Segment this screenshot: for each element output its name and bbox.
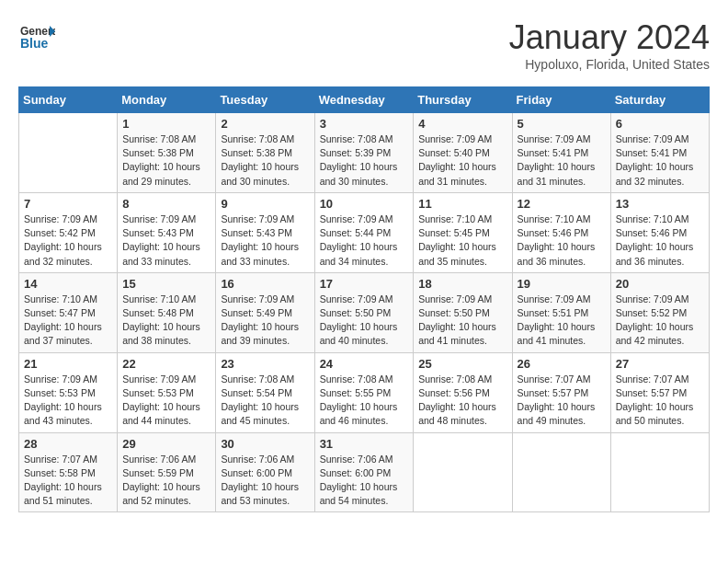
sunset-text: Sunset: 5:42 PM xyxy=(24,226,112,240)
sunrise-text: Sunrise: 7:07 AM xyxy=(616,373,704,386)
calendar-cell xyxy=(512,432,610,512)
day-info: Sunrise: 7:09 AM Sunset: 5:42 PM Dayligh… xyxy=(24,213,112,269)
calendar-cell: 6 Sunrise: 7:09 AM Sunset: 5:41 PM Dayli… xyxy=(610,113,709,193)
header-sunday: Sunday xyxy=(19,87,118,113)
day-number: 19 xyxy=(518,277,606,291)
calendar-cell: 12 Sunrise: 7:10 AM Sunset: 5:46 PM Dayl… xyxy=(512,192,610,272)
sunset-text: Sunset: 5:38 PM xyxy=(221,146,309,160)
calendar-cell: 7 Sunrise: 7:09 AM Sunset: 5:42 PM Dayli… xyxy=(19,192,118,272)
sunrise-text: Sunrise: 7:09 AM xyxy=(518,132,606,146)
day-info: Sunrise: 7:09 AM Sunset: 5:49 PM Dayligh… xyxy=(221,293,309,349)
daylight-text: Daylight: 10 hours and 37 minutes. xyxy=(24,320,112,348)
calendar-cell: 14 Sunrise: 7:10 AM Sunset: 5:47 PM Dayl… xyxy=(19,272,118,352)
day-info: Sunrise: 7:08 AM Sunset: 5:55 PM Dayligh… xyxy=(320,373,409,429)
day-number: 16 xyxy=(221,277,309,291)
header-monday: Monday xyxy=(118,87,216,113)
daylight-text: Daylight: 10 hours and 52 minutes. xyxy=(122,480,210,508)
sunrise-text: Sunrise: 7:08 AM xyxy=(221,373,309,386)
calendar-cell: 29 Sunrise: 7:06 AM Sunset: 5:59 PM Dayl… xyxy=(118,432,216,512)
day-number: 6 xyxy=(616,117,704,131)
sunset-text: Sunset: 5:52 PM xyxy=(616,306,704,320)
sunrise-text: Sunrise: 7:07 AM xyxy=(518,373,606,386)
daylight-text: Daylight: 10 hours and 36 minutes. xyxy=(616,240,704,268)
calendar-cell: 9 Sunrise: 7:09 AM Sunset: 5:43 PM Dayli… xyxy=(216,192,314,272)
week-row-0: 1 Sunrise: 7:08 AM Sunset: 5:38 PM Dayli… xyxy=(19,113,710,193)
title-area: January 2024 Hypoluxo, Florida, United S… xyxy=(509,18,710,72)
sunrise-text: Sunrise: 7:09 AM xyxy=(221,293,309,306)
calendar-cell: 31 Sunrise: 7:06 AM Sunset: 6:00 PM Dayl… xyxy=(314,432,414,512)
day-number: 14 xyxy=(24,277,112,291)
calendar-cell xyxy=(610,432,709,512)
sunset-text: Sunset: 5:48 PM xyxy=(122,306,210,320)
day-number: 27 xyxy=(616,357,704,371)
daylight-text: Daylight: 10 hours and 29 minutes. xyxy=(122,160,210,188)
day-info: Sunrise: 7:09 AM Sunset: 5:43 PM Dayligh… xyxy=(122,213,210,269)
day-info: Sunrise: 7:09 AM Sunset: 5:53 PM Dayligh… xyxy=(24,373,112,429)
day-info: Sunrise: 7:08 AM Sunset: 5:38 PM Dayligh… xyxy=(122,132,210,189)
day-info: Sunrise: 7:09 AM Sunset: 5:43 PM Dayligh… xyxy=(221,213,309,269)
sunrise-text: Sunrise: 7:09 AM xyxy=(418,293,506,306)
sunrise-text: Sunrise: 7:08 AM xyxy=(221,132,309,146)
day-number: 7 xyxy=(24,197,112,211)
daylight-text: Daylight: 10 hours and 32 minutes. xyxy=(24,240,112,268)
daylight-text: Daylight: 10 hours and 32 minutes. xyxy=(616,160,704,188)
week-row-1: 7 Sunrise: 7:09 AM Sunset: 5:42 PM Dayli… xyxy=(19,192,710,272)
week-row-2: 14 Sunrise: 7:10 AM Sunset: 5:47 PM Dayl… xyxy=(19,272,710,352)
sunrise-text: Sunrise: 7:08 AM xyxy=(122,132,210,146)
day-info: Sunrise: 7:08 AM Sunset: 5:54 PM Dayligh… xyxy=(221,373,309,429)
day-number: 5 xyxy=(518,117,606,131)
day-info: Sunrise: 7:09 AM Sunset: 5:41 PM Dayligh… xyxy=(518,132,606,189)
daylight-text: Daylight: 10 hours and 33 minutes. xyxy=(221,240,309,268)
svg-text:Blue: Blue xyxy=(20,36,49,51)
calendar-table: Sunday Monday Tuesday Wednesday Thursday… xyxy=(18,86,710,512)
sunrise-text: Sunrise: 7:08 AM xyxy=(320,373,409,386)
sunset-text: Sunset: 5:38 PM xyxy=(122,146,210,160)
calendar-cell: 17 Sunrise: 7:09 AM Sunset: 5:50 PM Dayl… xyxy=(314,272,414,352)
day-number: 31 xyxy=(320,437,409,451)
calendar-cell: 15 Sunrise: 7:10 AM Sunset: 5:48 PM Dayl… xyxy=(118,272,216,352)
sunset-text: Sunset: 5:50 PM xyxy=(320,306,409,320)
day-number: 10 xyxy=(320,197,409,211)
day-number: 26 xyxy=(518,357,606,371)
day-number: 23 xyxy=(221,357,309,371)
calendar-cell: 19 Sunrise: 7:09 AM Sunset: 5:51 PM Dayl… xyxy=(512,272,610,352)
day-number: 2 xyxy=(221,117,309,131)
daylight-text: Daylight: 10 hours and 36 minutes. xyxy=(518,240,606,268)
day-number: 22 xyxy=(122,357,210,371)
daylight-text: Daylight: 10 hours and 30 minutes. xyxy=(320,160,409,188)
daylight-text: Daylight: 10 hours and 31 minutes. xyxy=(518,160,606,188)
day-number: 17 xyxy=(320,277,409,291)
calendar-cell: 30 Sunrise: 7:06 AM Sunset: 6:00 PM Dayl… xyxy=(216,432,314,512)
day-info: Sunrise: 7:09 AM Sunset: 5:44 PM Dayligh… xyxy=(320,213,409,269)
daylight-text: Daylight: 10 hours and 46 minutes. xyxy=(320,400,409,428)
day-info: Sunrise: 7:06 AM Sunset: 5:59 PM Dayligh… xyxy=(122,453,210,509)
day-number: 13 xyxy=(616,197,704,211)
day-number: 9 xyxy=(221,197,309,211)
day-info: Sunrise: 7:10 AM Sunset: 5:46 PM Dayligh… xyxy=(616,213,704,269)
logo-icon: General Blue xyxy=(18,18,55,55)
sunset-text: Sunset: 5:57 PM xyxy=(518,386,606,400)
header-wednesday: Wednesday xyxy=(314,87,414,113)
sunset-text: Sunset: 6:00 PM xyxy=(221,466,309,480)
daylight-text: Daylight: 10 hours and 41 minutes. xyxy=(518,320,606,348)
sunrise-text: Sunrise: 7:09 AM xyxy=(24,373,112,386)
calendar-cell: 4 Sunrise: 7:09 AM Sunset: 5:40 PM Dayli… xyxy=(414,113,512,193)
calendar-cell: 25 Sunrise: 7:08 AM Sunset: 5:56 PM Dayl… xyxy=(414,352,512,432)
day-info: Sunrise: 7:09 AM Sunset: 5:50 PM Dayligh… xyxy=(418,293,506,349)
week-row-3: 21 Sunrise: 7:09 AM Sunset: 5:53 PM Dayl… xyxy=(19,352,710,432)
sunrise-text: Sunrise: 7:06 AM xyxy=(320,453,409,466)
header-saturday: Saturday xyxy=(610,87,709,113)
day-number: 20 xyxy=(616,277,704,291)
sunset-text: Sunset: 5:47 PM xyxy=(24,306,112,320)
calendar-cell: 8 Sunrise: 7:09 AM Sunset: 5:43 PM Dayli… xyxy=(118,192,216,272)
calendar-cell: 11 Sunrise: 7:10 AM Sunset: 5:45 PM Dayl… xyxy=(414,192,512,272)
daylight-text: Daylight: 10 hours and 51 minutes. xyxy=(24,480,112,508)
day-number: 8 xyxy=(122,197,210,211)
daylight-text: Daylight: 10 hours and 33 minutes. xyxy=(122,240,210,268)
calendar-cell: 23 Sunrise: 7:08 AM Sunset: 5:54 PM Dayl… xyxy=(216,352,314,432)
sunset-text: Sunset: 5:44 PM xyxy=(320,226,409,240)
sunrise-text: Sunrise: 7:06 AM xyxy=(122,453,210,466)
sunset-text: Sunset: 5:43 PM xyxy=(221,226,309,240)
calendar-cell: 18 Sunrise: 7:09 AM Sunset: 5:50 PM Dayl… xyxy=(414,272,512,352)
sunrise-text: Sunrise: 7:09 AM xyxy=(418,132,506,146)
